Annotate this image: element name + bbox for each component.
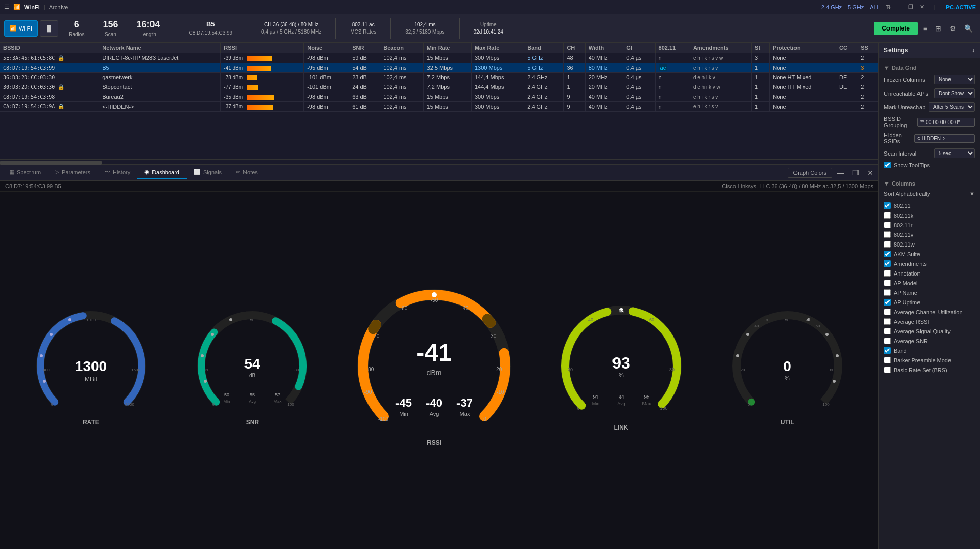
column-item[interactable]: Annotation: [879, 268, 980, 278]
col-beacon[interactable]: Beacon: [380, 43, 423, 53]
scan-interval-select[interactable]: 5 sec: [934, 148, 975, 158]
col-ch[interactable]: CH: [564, 43, 585, 53]
minimize-btn[interactable]: —: [897, 4, 902, 10]
column-item[interactable]: AKM Suite: [879, 249, 980, 259]
col-rssi[interactable]: RSSI: [221, 43, 304, 53]
column-item[interactable]: Amendments: [879, 259, 980, 268]
column-item[interactable]: Average Channel Utilization: [879, 307, 980, 317]
settings-sort-icon[interactable]: ↓: [972, 47, 975, 54]
unreachable-aps-select[interactable]: Dont Show: [934, 88, 975, 98]
bssid-grouping-input[interactable]: [917, 118, 975, 127]
col-dot11[interactable]: 802.11: [655, 43, 690, 53]
settings-icon-btn[interactable]: ⚙: [946, 22, 959, 35]
column-checkbox[interactable]: [884, 347, 891, 354]
tab-signals[interactable]: ⬜ Signals: [187, 166, 229, 179]
columns-collapse-icon[interactable]: ▼: [884, 180, 890, 187]
column-item[interactable]: Average RSSI: [879, 317, 980, 326]
column-checkbox[interactable]: [884, 367, 891, 373]
panel-maximize-btn[interactable]: ❐: [849, 167, 862, 179]
column-item[interactable]: 802.11: [879, 201, 980, 210]
col-maxrate[interactable]: Max Rate: [471, 43, 524, 53]
freq-5g-btn[interactable]: 5 GHz: [848, 4, 864, 10]
column-checkbox[interactable]: [884, 357, 891, 363]
column-item[interactable]: Average Signal Quality: [879, 326, 980, 336]
wifi-btn[interactable]: 📶 Wi-Fi: [4, 20, 38, 37]
column-checkbox[interactable]: [884, 280, 891, 286]
panel-minimize-btn[interactable]: —: [834, 167, 847, 179]
panel-close-btn[interactable]: ✕: [864, 167, 876, 179]
show-tooltips-row[interactable]: Show ToolTips: [879, 160, 980, 170]
column-item[interactable]: 802.11r: [879, 220, 980, 230]
column-checkbox[interactable]: [884, 289, 891, 296]
close-btn[interactable]: ✕: [920, 4, 924, 10]
freq-all-btn[interactable]: ALL: [870, 4, 880, 10]
column-item[interactable]: 802.11k: [879, 210, 980, 220]
col-minrate[interactable]: Min Rate: [423, 43, 471, 53]
data-table-container[interactable]: BSSID Network Name RSSI Noise SNR Beacon…: [0, 43, 878, 160]
maximize-btn[interactable]: ❐: [908, 4, 913, 10]
graph-colors-btn[interactable]: Graph Colors: [788, 168, 832, 178]
column-checkbox[interactable]: [884, 338, 891, 344]
column-item[interactable]: Barker Preamble Mode: [879, 355, 980, 365]
col-st[interactable]: St: [752, 43, 770, 53]
column-checkbox[interactable]: [884, 231, 891, 238]
hidden-ssids-input[interactable]: [914, 134, 975, 143]
table-row[interactable]: 5E:3A:45:61:C5:8C 🔒 DIRECT-8c-HP M283 La…: [0, 53, 878, 63]
col-gi[interactable]: GI: [623, 43, 655, 53]
col-bssid[interactable]: BSSID: [0, 43, 99, 53]
table-row[interactable]: C8:D7:19:54:C3:99 B5 -41 dBm -95 dBm 54 …: [0, 63, 878, 73]
column-checkbox[interactable]: [884, 212, 891, 219]
hscroll-thumb[interactable]: [0, 161, 102, 165]
col-network[interactable]: Network Name: [99, 43, 221, 53]
archive-label[interactable]: Archive: [49, 4, 68, 10]
tab-notes[interactable]: ✏ Notes: [229, 166, 265, 179]
column-item[interactable]: Basic Rate Set (BRS): [879, 365, 980, 375]
search-icon-btn[interactable]: 🔍: [961, 22, 976, 35]
column-item[interactable]: 802.11v: [879, 230, 980, 239]
column-item[interactable]: AP Model: [879, 278, 980, 288]
tab-parameters[interactable]: ▷ Parameters: [48, 166, 98, 179]
column-checkbox[interactable]: [884, 299, 891, 306]
column-checkbox[interactable]: [884, 251, 891, 257]
col-protection[interactable]: Protection: [770, 43, 836, 53]
column-checkbox[interactable]: [884, 222, 891, 228]
menu-icon-btn[interactable]: ≡: [920, 22, 930, 35]
col-noise[interactable]: Noise: [304, 43, 349, 53]
table-scrollbar[interactable]: [0, 160, 878, 165]
bars-btn[interactable]: ▐▌: [40, 20, 59, 37]
tab-dashboard[interactable]: ◉ Dashboard: [137, 166, 187, 179]
mark-unreachable-select[interactable]: After 5 Scans: [929, 102, 975, 112]
table-row[interactable]: 30:D3:2D:CC:03:30 🔒 Stopcontact -77 dBm …: [0, 82, 878, 92]
sort-icon[interactable]: ⇅: [886, 4, 891, 10]
sort-dropdown-icon[interactable]: ▼: [969, 191, 975, 197]
frozen-cols-select[interactable]: None: [934, 75, 975, 84]
col-snr[interactable]: SNR: [349, 43, 380, 53]
table-row[interactable]: 36:D3:2D:CC:03:30 gastnetwerk -78 dBm -1…: [0, 73, 878, 82]
table-row[interactable]: CA:D7:19:54:C3:9A 🔒 <-HIDDEN-> -37 dBm -…: [0, 102, 878, 111]
column-checkbox[interactable]: [884, 241, 891, 248]
filter-icon-btn[interactable]: ⊞: [932, 22, 944, 35]
col-amendments[interactable]: Amendments: [690, 43, 751, 53]
col-band[interactable]: Band: [524, 43, 564, 53]
col-cc[interactable]: CC: [836, 43, 857, 53]
column-checkbox[interactable]: [884, 202, 891, 209]
column-checkbox[interactable]: [884, 270, 891, 277]
complete-btn[interactable]: Complete: [874, 22, 918, 35]
col-width[interactable]: Width: [585, 43, 623, 53]
column-item[interactable]: Average SNR: [879, 336, 980, 346]
tab-history[interactable]: 〜 History: [98, 165, 137, 180]
column-checkbox[interactable]: [884, 309, 891, 315]
collapse-icon[interactable]: ▼: [884, 65, 890, 71]
tab-spectrum[interactable]: ▦ Spectrum: [2, 166, 48, 179]
table-row[interactable]: C8:D7:19:54:C3:98 Bureau2 -35 dBm -98 dB…: [0, 92, 878, 102]
column-checkbox[interactable]: [884, 328, 891, 334]
column-item[interactable]: AP Name: [879, 288, 980, 297]
col-ss[interactable]: SS: [858, 43, 878, 53]
column-checkbox[interactable]: [884, 318, 891, 325]
column-item[interactable]: AP Uptime: [879, 297, 980, 307]
column-checkbox[interactable]: [884, 260, 891, 267]
column-item[interactable]: 802.11w: [879, 239, 980, 249]
window-menu-icon[interactable]: ☰: [4, 4, 9, 10]
freq-2g-btn[interactable]: 2.4 GHz: [821, 4, 842, 10]
show-tooltips-checkbox[interactable]: [884, 162, 891, 168]
